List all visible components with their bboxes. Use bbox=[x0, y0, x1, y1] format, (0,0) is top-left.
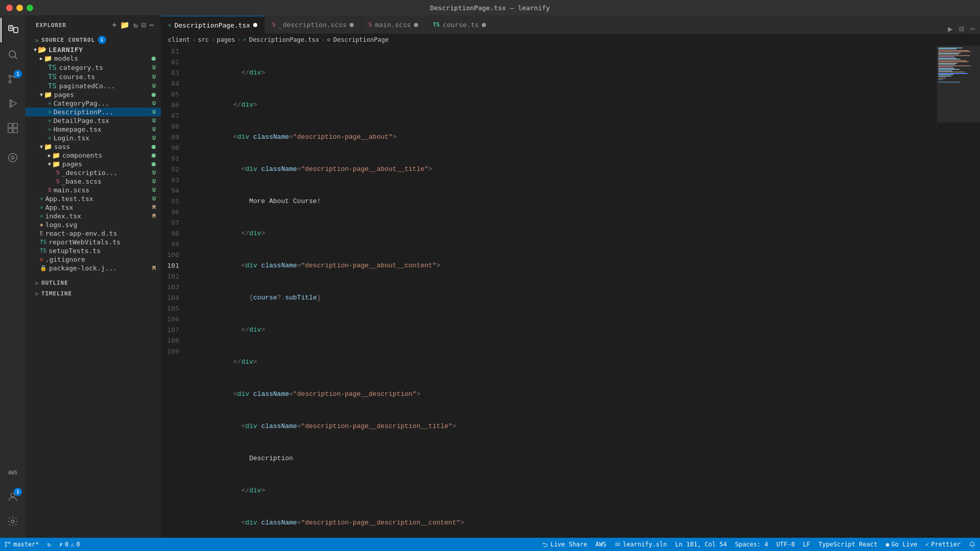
status-aws[interactable]: AWS bbox=[591, 541, 610, 548]
status-prettier[interactable]: ✓ Prettier bbox=[921, 541, 965, 548]
ln-82: 82 bbox=[166, 57, 179, 67]
tree-item-detail-page[interactable]: ⚛ DetailPage.tsx U bbox=[26, 116, 161, 125]
tree-item-sass-pages[interactable]: ▼ 📁 pages bbox=[26, 160, 161, 168]
window-title: DescriptionPage.tsx — learnify bbox=[430, 4, 550, 12]
status-branch[interactable]: master* bbox=[0, 538, 43, 551]
tab-label-2: _description.scss bbox=[279, 21, 347, 29]
outline-section[interactable]: ▷ OUTLINE bbox=[26, 277, 161, 287]
branch-icon bbox=[4, 541, 11, 548]
root-folder[interactable]: ▼ 📂 LEARNIFY bbox=[26, 45, 161, 54]
activity-icon-settings[interactable] bbox=[1, 509, 25, 534]
tree-item-models[interactable]: ▶ 📁 models bbox=[26, 54, 161, 63]
breadcrumb-client[interactable]: client bbox=[168, 36, 190, 43]
breadcrumb-file[interactable]: DescriptionPage.tsx bbox=[249, 36, 319, 43]
source-control-section[interactable]: ▷ SOURCE CONTROL 1 bbox=[26, 33, 161, 45]
status-right: Live Share AWS learnify.sln Ln 101, Col … bbox=[537, 541, 980, 548]
close-button[interactable] bbox=[6, 5, 13, 11]
tab-description-page[interactable]: ⚛ DescriptionPage.tsx bbox=[161, 16, 265, 34]
ln-85: 85 bbox=[166, 89, 179, 99]
tree-item-gitignore[interactable]: ⊙ .gitignore bbox=[26, 255, 161, 264]
source-control-badge: 1 bbox=[98, 36, 106, 44]
line-91: <div className="description-page__descri… bbox=[193, 389, 937, 399]
more-actions-icon[interactable]: ⋯ bbox=[970, 24, 975, 34]
status-go-live[interactable]: ◉ Go Live bbox=[881, 541, 921, 548]
activity-icon-extensions[interactable] bbox=[1, 116, 25, 140]
tab-course-ts[interactable]: TS course.ts bbox=[426, 16, 494, 34]
prettier-icon: ✓ bbox=[925, 541, 929, 548]
tree-item-sass[interactable]: ▼ 📁 sass bbox=[26, 142, 161, 151]
status-eol[interactable]: LF bbox=[799, 541, 814, 548]
tree-item-logo-svg[interactable]: ◈ logo.svg bbox=[26, 220, 161, 229]
code-lines: </div> </div> <div className="descriptio… bbox=[186, 46, 937, 538]
tab-description-scss[interactable]: S _description.scss bbox=[265, 16, 361, 34]
ln-91: 91 bbox=[166, 153, 179, 164]
status-cursor[interactable]: Ln 101, Col 54 bbox=[671, 541, 731, 548]
tree-item-package-lock[interactable]: 🔒 package-lock.j... M bbox=[26, 264, 161, 272]
ln-92: 92 bbox=[166, 164, 179, 174]
tree-item-index-tsx[interactable]: ⚛ index.tsx M bbox=[26, 212, 161, 220]
tree-item-components[interactable]: ▶ 📁 components bbox=[26, 151, 161, 160]
outline-chevron: ▷ bbox=[36, 280, 39, 286]
tree-item-homepage[interactable]: ⚛ Homepage.tsx U bbox=[26, 125, 161, 134]
status-sync[interactable]: ↻ bbox=[43, 538, 55, 551]
tree-item-setup-tests[interactable]: TS setupTests.ts bbox=[26, 246, 161, 255]
status-spaces[interactable]: Spaces: 4 bbox=[731, 541, 772, 548]
tree-item-paginated[interactable]: TS paginatedCo... U bbox=[26, 81, 161, 90]
tree-item-report-web[interactable]: TS reportWebVitals.ts bbox=[26, 238, 161, 246]
activity-icon-source-control[interactable]: 1 bbox=[1, 67, 25, 91]
project-icon bbox=[615, 541, 621, 547]
status-errors[interactable]: ✗ 0 ⚠ 0 bbox=[55, 538, 84, 551]
tree-item-base-scss[interactable]: S _base.scss U bbox=[26, 177, 161, 186]
status-live-share[interactable]: Live Share bbox=[537, 541, 591, 548]
tree-item-login[interactable]: ⚛ Login.tsx U bbox=[26, 134, 161, 142]
chevron-sass-pages: ▼ bbox=[48, 161, 51, 167]
breadcrumb-pages[interactable]: pages bbox=[217, 36, 235, 43]
activity-icon-account[interactable]: 1 bbox=[1, 485, 25, 509]
tree-item-description-scss[interactable]: S _descriptio... U bbox=[26, 168, 161, 177]
tree-item-main-scss[interactable]: S main.scss U bbox=[26, 186, 161, 194]
svg-point-20 bbox=[9, 542, 10, 543]
tree-item-description-page[interactable]: ⚛ DescriptionP... U bbox=[26, 108, 161, 116]
more-options-icon[interactable]: ⋯ bbox=[150, 20, 155, 30]
badge-category: U bbox=[152, 64, 156, 71]
refresh-icon[interactable]: ↻ bbox=[133, 20, 138, 30]
activity-icon-run[interactable] bbox=[1, 91, 25, 116]
activity-icon-explorer[interactable] bbox=[1, 18, 25, 42]
status-bar: master* ↻ ✗ 0 ⚠ 0 Live Share AWS learnif… bbox=[0, 538, 980, 551]
tree-item-app-test[interactable]: ⚛ App.test.tsx U bbox=[26, 194, 161, 203]
tree-item-category-ts[interactable]: TS category.ts U bbox=[26, 63, 161, 72]
new-folder-icon[interactable]: 📁 bbox=[120, 20, 130, 30]
timeline-section[interactable]: ▷ TIMELINE bbox=[26, 287, 161, 298]
ln-102: 102 bbox=[166, 271, 179, 282]
badge-paginated: U bbox=[152, 83, 156, 89]
minimize-button[interactable] bbox=[16, 5, 23, 11]
line-81: </div> bbox=[193, 67, 937, 78]
file-icon-env: E bbox=[40, 230, 43, 237]
new-file-icon[interactable]: + bbox=[112, 20, 117, 30]
item-app-tsx: App.tsx bbox=[45, 204, 74, 211]
activity-icon-aws[interactable]: AWS bbox=[1, 460, 25, 485]
status-notifications[interactable] bbox=[965, 541, 980, 548]
split-editor-icon[interactable]: ⊟ bbox=[959, 24, 964, 34]
run-icon[interactable]: ▶ bbox=[948, 24, 953, 34]
traffic-lights[interactable] bbox=[6, 5, 33, 11]
item-sass-pages: pages bbox=[62, 160, 82, 168]
code-editor[interactable]: 81 82 83 84 85 86 87 88 89 90 91 92 93 9… bbox=[161, 46, 937, 538]
item-models: models bbox=[54, 55, 78, 62]
tree-item-app-tsx[interactable]: ⚛ App.tsx M bbox=[26, 203, 161, 212]
breadcrumb-src[interactable]: src bbox=[198, 36, 209, 43]
tab-main-scss[interactable]: S main.scss bbox=[361, 16, 426, 34]
minimap[interactable] bbox=[937, 46, 980, 538]
breadcrumb-symbol[interactable]: DescriptionPage bbox=[333, 36, 388, 43]
maximize-button[interactable] bbox=[27, 5, 33, 11]
activity-icon-search[interactable] bbox=[1, 42, 25, 67]
tree-item-course-ts[interactable]: TS course.ts U bbox=[26, 72, 161, 81]
status-encoding[interactable]: UTF-8 bbox=[772, 541, 799, 548]
tree-item-category-page[interactable]: ⚛ CategoryPag... U bbox=[26, 99, 161, 108]
tree-item-pages[interactable]: ▼ 📁 pages bbox=[26, 90, 161, 99]
collapse-icon[interactable]: ⊟ bbox=[141, 20, 146, 30]
tree-item-env[interactable]: E react-app-env.d.ts bbox=[26, 229, 161, 238]
activity-icon-remote[interactable] bbox=[1, 145, 25, 170]
status-language[interactable]: TypeScript React bbox=[815, 541, 882, 548]
status-project[interactable]: learnify.sln bbox=[610, 541, 671, 548]
